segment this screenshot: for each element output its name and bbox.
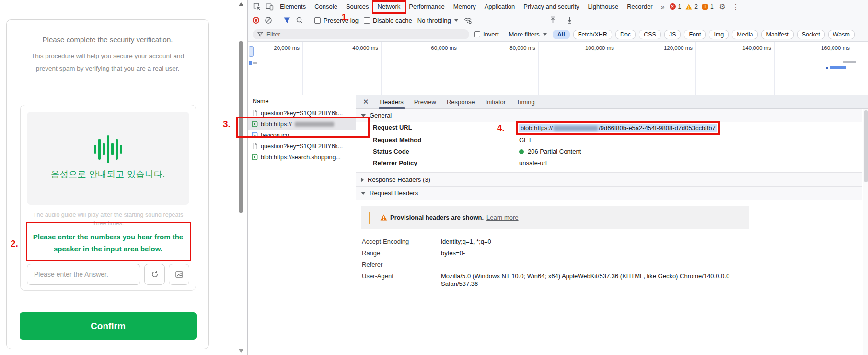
chip-fetch-xhr[interactable]: Fetch/XHR xyxy=(573,30,612,39)
chip-img[interactable]: Img xyxy=(709,30,729,39)
timeline-activity-mark xyxy=(249,46,254,57)
request-row-question-2[interactable]: question?key=S1Q8L2HtY6k... xyxy=(248,141,356,152)
network-overview-timeline[interactable]: 20,000 ms 40,000 ms 60,000 ms 80,000 ms … xyxy=(248,42,868,95)
invert-checkbox[interactable]: Invert xyxy=(474,31,499,38)
chip-media[interactable]: Media xyxy=(732,30,758,39)
close-icon[interactable]: ✕ xyxy=(363,97,369,106)
gridline xyxy=(302,42,303,95)
chip-css[interactable]: CSS xyxy=(639,30,661,39)
detail-scrollbar[interactable] xyxy=(863,109,868,355)
tab-application[interactable]: Application xyxy=(480,0,520,13)
disable-cache-checkbox[interactable]: Disable cache xyxy=(364,17,412,24)
tab-sources[interactable]: Sources xyxy=(342,0,373,13)
tab-recorder[interactable]: Recorder xyxy=(623,0,657,13)
document-icon xyxy=(252,109,258,117)
preserve-log-label: Preserve log xyxy=(324,17,359,24)
tab-console[interactable]: Console xyxy=(310,0,342,13)
device-toolbar-icon[interactable] xyxy=(263,0,276,13)
request-row-favicon[interactable]: favicon.ico xyxy=(248,130,356,141)
scrollbar-down-arrow-icon[interactable] xyxy=(239,349,243,353)
tab-elements[interactable]: Elements xyxy=(276,0,310,13)
more-filters-button[interactable]: More filters xyxy=(509,31,547,38)
import-har-icon[interactable] xyxy=(549,16,556,24)
clear-network-log-icon[interactable] xyxy=(265,16,272,24)
warning-count[interactable]: 2 xyxy=(694,3,698,10)
chip-js[interactable]: JS xyxy=(664,30,681,39)
network-conditions-icon[interactable] xyxy=(463,17,472,24)
chip-manifest[interactable]: Manifest xyxy=(761,30,793,39)
image-file-icon xyxy=(252,132,258,138)
annotation-marker-3: 3. xyxy=(223,119,231,129)
general-section-header[interactable]: General xyxy=(356,109,862,122)
settings-gear-icon[interactable]: ⚙ xyxy=(716,2,729,11)
scrollbar-thumb[interactable] xyxy=(239,41,243,213)
more-tabs-chevron[interactable]: » xyxy=(657,3,669,11)
gridline xyxy=(617,42,617,95)
captcha-page: Please complete the security verificatio… xyxy=(0,0,237,355)
media-icon xyxy=(252,121,258,127)
response-headers-section-header[interactable]: Response Headers (3) xyxy=(356,173,862,186)
issue-count[interactable]: 1 xyxy=(710,3,714,10)
error-count[interactable]: 1 xyxy=(678,3,682,10)
header-key: Referrer Policy xyxy=(373,159,519,167)
name-column-header[interactable]: Name xyxy=(248,95,356,107)
detail-tab-preview[interactable]: Preview xyxy=(409,95,441,109)
detail-scrollbar-thumb[interactable] xyxy=(864,110,868,182)
search-icon[interactable] xyxy=(296,16,303,24)
warning-badge-icon[interactable] xyxy=(685,4,692,10)
general-row-referrer-policy: Referrer Policy unsafe-url xyxy=(356,157,862,169)
answer-input[interactable] xyxy=(27,264,140,285)
confirm-button[interactable]: Confirm xyxy=(20,312,197,340)
request-row-blob-selected[interactable]: blob:https:// 3. xyxy=(248,118,356,130)
detail-tab-headers[interactable]: Headers xyxy=(375,95,409,109)
scrollbar-up-arrow-icon[interactable] xyxy=(239,2,243,6)
tab-lighthouse[interactable]: Lighthouse xyxy=(584,0,623,13)
tab-network[interactable]: Network 1. xyxy=(373,0,405,13)
chip-wasm[interactable]: Wasm xyxy=(828,30,855,39)
kebab-menu-icon[interactable]: ⋮ xyxy=(729,3,742,11)
record-network-log-icon[interactable] xyxy=(253,17,259,24)
chip-doc[interactable]: Doc xyxy=(615,30,636,39)
preserve-log-checkbox[interactable]: Preserve log xyxy=(314,17,359,24)
gridline xyxy=(774,42,775,95)
request-name: blob:https:// xyxy=(261,121,292,128)
chip-all[interactable]: All xyxy=(553,30,570,39)
request-row-blob-search[interactable]: blob:https://search.shopping... xyxy=(248,152,356,163)
issues-badge-icon[interactable]: ! xyxy=(702,4,708,10)
devtools-panel: Elements Console Sources Network 1. Perf… xyxy=(247,0,868,355)
throttling-select[interactable]: No throttling xyxy=(417,17,458,24)
disable-cache-label: Disable cache xyxy=(373,17,412,24)
detail-tab-timing[interactable]: Timing xyxy=(511,95,540,109)
refresh-icon xyxy=(150,270,159,279)
url-suffix: /9d66f80b-e5a2-454f-9808-d7d053ccb8b7 xyxy=(599,124,716,132)
filter-input[interactable]: Filter xyxy=(253,29,469,39)
chip-font[interactable]: Font xyxy=(684,30,706,39)
audio-player-box[interactable]: 음성으로 안내되고 있습니다. xyxy=(27,112,189,205)
error-badge-icon[interactable]: ✕ xyxy=(670,3,676,10)
network-filter-bar: Filter Invert More filters All Fetch/XHR… xyxy=(248,27,868,42)
detail-tab-initiator[interactable]: Initiator xyxy=(480,95,511,109)
headers-panel: General Request URL blob:https:// /9d66f… xyxy=(356,109,868,355)
image-captcha-button[interactable] xyxy=(169,264,189,285)
timeline-tick: 120,000 ms xyxy=(664,45,695,51)
network-main-area: Name question?key=S1Q8L2HtY6k... xyxy=(248,95,868,355)
page-scrollbar[interactable] xyxy=(237,0,245,355)
warning-accent-bar xyxy=(369,212,370,224)
learn-more-link[interactable]: Learn more xyxy=(486,214,518,221)
request-url-value[interactable]: blob:https:// /9d66f80b-e5a2-454f-9808-d… xyxy=(519,124,717,132)
refresh-button[interactable] xyxy=(144,264,165,285)
request-headers-section-header[interactable]: Request Headers xyxy=(356,186,862,200)
detail-tab-response[interactable]: Response xyxy=(441,95,480,109)
triangle-down-icon xyxy=(361,192,366,195)
timeline-activity-mark xyxy=(843,61,856,63)
tab-memory[interactable]: Memory xyxy=(449,0,480,13)
inspect-element-icon[interactable] xyxy=(251,0,263,13)
toolbar-divider xyxy=(278,16,278,24)
request-row-question-1[interactable]: question?key=S1Q8L2HtY6k... xyxy=(248,107,356,118)
chip-socket[interactable]: Socket xyxy=(797,30,825,39)
tab-privacy-and-security[interactable]: Privacy and security xyxy=(519,0,583,13)
request-name: question?key=S1Q8L2HtY6k... xyxy=(261,143,343,150)
export-har-icon[interactable] xyxy=(566,16,573,24)
tab-performance[interactable]: Performance xyxy=(405,0,449,13)
filter-toggle-icon[interactable] xyxy=(283,17,290,24)
